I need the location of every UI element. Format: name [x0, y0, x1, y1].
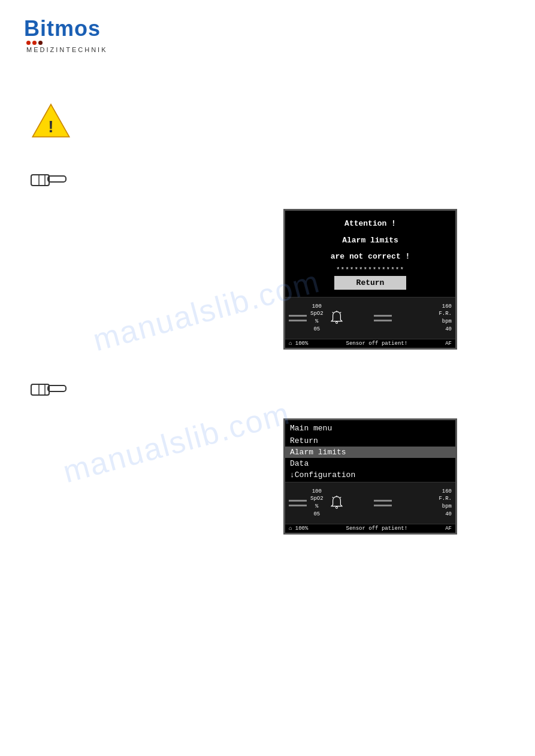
- finger-pointing-icon-2: [30, 374, 66, 400]
- finger-pointing-icon-1: [30, 164, 66, 191]
- fr-num-2: 40: [439, 511, 452, 518]
- logo-dot-1: [26, 41, 31, 45]
- battery-indicator-2: ⌂ 100%: [289, 526, 308, 532]
- dash-line-1: [289, 315, 307, 317]
- attention-line3: are not correct !: [291, 248, 449, 265]
- logo-dots: [26, 41, 511, 45]
- logo-subtitle: MEDIZINTECHNIK: [26, 46, 511, 53]
- device-screen-2: Main menu Return Alarm limits Data ↓Conf…: [283, 418, 457, 535]
- sensor-status-1: Sensor off patient!: [346, 341, 407, 347]
- fr-label-2: F.R.: [439, 495, 452, 503]
- fr-unit-1: bpm: [439, 318, 452, 326]
- screen-bottom-bar-2: ⌂ 100% Sensor off patient! AF: [285, 524, 455, 533]
- screen-1-section: Attention ! Alarm limits are not correct…: [30, 209, 505, 350]
- dash-line-4: [374, 320, 392, 321]
- svg-rect-12: [48, 385, 66, 391]
- return-button[interactable]: Return: [334, 276, 406, 290]
- svg-point-16: [335, 506, 337, 508]
- spo2-percent-2: %: [310, 503, 324, 511]
- spo2-label-2: SpO2: [310, 495, 324, 503]
- mode-indicator-1: AF: [445, 341, 452, 347]
- spo2-label-1: SpO2: [310, 310, 324, 318]
- screen-2-section: Main menu Return Alarm limits Data ↓Conf…: [30, 418, 505, 535]
- menu-item-data[interactable]: Data: [285, 458, 455, 469]
- spo2-value-2: 100: [310, 488, 324, 496]
- svg-rect-3: [48, 176, 66, 182]
- svg-line-9: [340, 312, 341, 313]
- dash-line-2: [289, 320, 307, 321]
- alarm-bell-icon-1: [327, 308, 346, 328]
- spo2-value-1: 100: [310, 303, 324, 311]
- dash-line-6: [289, 505, 307, 506]
- dash-line-5: [289, 500, 307, 502]
- spo2-values-1: 100 SpO2 % 05: [310, 303, 324, 333]
- svg-line-8: [332, 312, 333, 313]
- screen-2-container: Main menu Return Alarm limits Data ↓Conf…: [283, 418, 457, 535]
- svg-rect-11: [31, 384, 49, 395]
- warning-triangle-icon: !: [30, 101, 72, 140]
- dash-lines-2: [374, 315, 392, 321]
- status-left-2: 100 SpO2 % 05: [285, 482, 370, 524]
- logo-dot-3: [38, 41, 43, 45]
- spo2-num-1: 05: [310, 326, 324, 333]
- fr-value-1: 160: [439, 303, 452, 311]
- fr-values-2: 160 F.R. bpm 40: [439, 488, 452, 518]
- svg-line-18: [340, 497, 341, 498]
- warning-icon-container: !: [30, 101, 72, 140]
- screen-bottom-bar-1: ⌂ 100% Sensor off patient! AF: [285, 339, 455, 348]
- battery-indicator-1: ⌂ 100%: [289, 341, 308, 347]
- menu-item-configuration[interactable]: ↓Configuration: [285, 469, 455, 481]
- header: Bitmos MEDIZINTECHNIK: [0, 0, 535, 65]
- spo2-num-2: 05: [310, 511, 324, 518]
- status-right-1: 160 F.R. bpm 40: [370, 297, 455, 339]
- dash-lines-4: [374, 500, 392, 506]
- attention-line2: Alarm limits: [291, 232, 449, 249]
- fr-label-1: F.R.: [439, 310, 452, 318]
- dash-line-8: [374, 505, 392, 506]
- screen-status-bar-2: 100 SpO2 % 05: [285, 482, 455, 524]
- spo2-percent-1: %: [310, 318, 324, 326]
- dash-line-3: [374, 315, 392, 317]
- dash-lines-1: [289, 315, 307, 321]
- page-content: manualslib.com manualslib.com !: [0, 65, 535, 570]
- fr-num-1: 40: [439, 326, 452, 333]
- logo-text: Bitmos: [24, 18, 511, 40]
- finger-icon-section-2: [30, 374, 505, 400]
- spo2-values-2: 100 SpO2 % 05: [310, 488, 324, 518]
- svg-point-7: [335, 321, 337, 323]
- screen-1-container: Attention ! Alarm limits are not correct…: [283, 209, 457, 350]
- screen-main-1: Attention ! Alarm limits are not correct…: [285, 211, 455, 297]
- dash-lines-3: [289, 500, 307, 506]
- status-right-2: 160 F.R. bpm 40: [370, 482, 455, 524]
- device-screen-1: Attention ! Alarm limits are not correct…: [283, 209, 457, 350]
- alarm-bell-icon-2: [327, 493, 346, 513]
- fr-unit-2: bpm: [439, 503, 452, 511]
- main-menu-title: Main menu: [285, 420, 455, 434]
- asterisks-row: ***************: [291, 266, 449, 274]
- mode-indicator-2: AF: [445, 526, 452, 532]
- svg-rect-2: [31, 175, 49, 186]
- sensor-status-2: Sensor off patient!: [346, 526, 407, 532]
- svg-text:!: !: [48, 117, 53, 136]
- logo-container: Bitmos MEDIZINTECHNIK: [24, 18, 511, 53]
- fr-value-2: 160: [439, 488, 452, 496]
- logo-dot-2: [32, 41, 37, 45]
- status-left-1: 100 SpO2 % 05: [285, 297, 370, 339]
- finger-icon-section-1: [30, 164, 505, 191]
- dash-line-7: [374, 500, 392, 502]
- menu-item-return[interactable]: Return: [285, 435, 455, 447]
- menu-item-alarm-limits[interactable]: Alarm limits: [285, 447, 455, 458]
- screen-main-2: Main menu Return Alarm limits Data ↓Conf…: [285, 420, 455, 482]
- warning-section: !: [30, 101, 505, 140]
- screen-status-bar-1: 100 SpO2 % 05: [285, 297, 455, 339]
- menu-items: Return Alarm limits Data ↓Configuration: [285, 434, 455, 482]
- attention-line1: Attention !: [291, 215, 449, 232]
- fr-values-1: 160 F.R. bpm 40: [439, 303, 452, 333]
- svg-line-17: [332, 497, 333, 498]
